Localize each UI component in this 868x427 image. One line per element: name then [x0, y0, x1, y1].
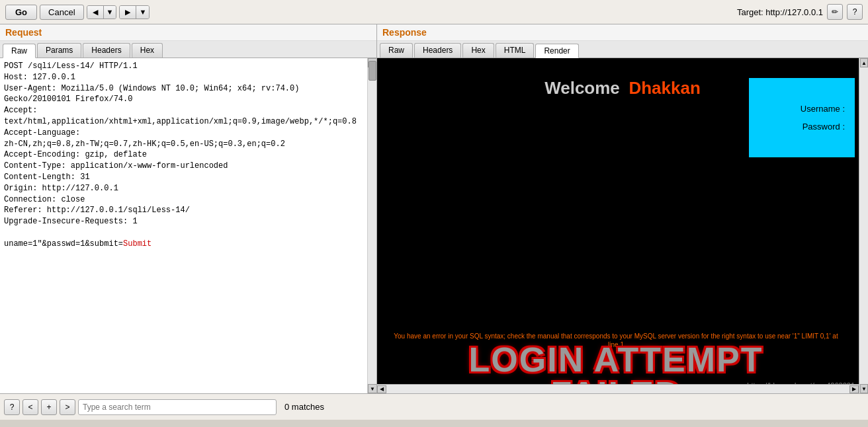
bottom-next-button[interactable]: >: [60, 399, 75, 415]
response-tab-bar: Raw Headers Hex HTML Render: [377, 41, 868, 58]
forward-button[interactable]: ▶: [120, 6, 136, 19]
post-submit-highlight: Submit: [123, 239, 152, 249]
hscroll-left[interactable]: ◀: [377, 385, 386, 393]
bottom-prev-button[interactable]: <: [22, 399, 38, 415]
tab-params-request[interactable]: Params: [37, 43, 81, 58]
cancel-button[interactable]: Cancel: [40, 5, 83, 20]
request-scrollbar[interactable]: ▲ ▼: [367, 58, 376, 393]
response-scroll-down[interactable]: ▼: [860, 384, 868, 393]
tab-raw-request[interactable]: Raw: [3, 44, 36, 58]
back-button[interactable]: ◀: [87, 6, 104, 19]
password-label: Password :: [759, 122, 845, 132]
post-data-line: uname=1"&passwd=1&submit=Submit: [4, 239, 152, 249]
request-tab-bar: Raw Params Headers Hex: [0, 41, 376, 58]
request-body-area[interactable]: POST /sqli/Less-14/ HTTP/1.1 Host: 127.0…: [0, 58, 367, 393]
back-dropdown-button[interactable]: ▼: [104, 6, 116, 19]
tab-render-response[interactable]: Render: [535, 44, 578, 58]
matches-text: 0 matches: [284, 402, 324, 412]
username-label: Username :: [759, 104, 845, 114]
tab-hex-response[interactable]: Hex: [462, 43, 494, 58]
scroll-thumb[interactable]: [369, 61, 376, 81]
scroll-down-arrow[interactable]: ▼: [368, 384, 376, 393]
welcome-name: Dhakkan: [629, 78, 700, 98]
forward-dropdown-button[interactable]: ▼: [136, 6, 149, 19]
welcome-text: Welcome: [544, 78, 620, 98]
bottom-add-button[interactable]: +: [41, 399, 57, 415]
request-title: Request: [0, 24, 376, 41]
tab-hex-request[interactable]: Hex: [132, 43, 163, 58]
response-render-area: Welcome Dhakkan Username : Password : Yo…: [377, 58, 868, 393]
go-button[interactable]: Go: [5, 5, 37, 20]
hscroll-right[interactable]: ▶: [849, 385, 859, 393]
request-panel: Request Raw Params Headers Hex POST /sql…: [0, 24, 377, 393]
toolbar-right: Target: http://127.0.0.1 ✏ ?: [737, 4, 863, 20]
request-content-wrapper: POST /sqli/Less-14/ HTTP/1.1 Host: 127.0…: [0, 58, 376, 393]
response-scroll-up[interactable]: ▲: [860, 58, 868, 67]
login-failed-line1: LOGIN ATTEMPT: [377, 342, 855, 377]
response-hscrollbar[interactable]: ◀ ▶: [377, 384, 859, 393]
request-body-text: POST /sqli/Less-14/ HTTP/1.1 Host: 127.0…: [4, 61, 363, 250]
response-title: Response: [377, 24, 868, 41]
tab-raw-response[interactable]: Raw: [380, 43, 413, 58]
response-panel: Response Raw Headers Hex HTML Render Wel…: [377, 24, 868, 393]
main-area: Request Raw Params Headers Hex POST /sql…: [0, 24, 868, 393]
toolbar: Go Cancel ◀ ▼ ▶ ▼ Target: http://127.0.0…: [0, 0, 868, 24]
search-input[interactable]: [78, 399, 277, 415]
tab-html-response[interactable]: HTML: [496, 43, 535, 58]
target-label: Target: http://127.0.0.1: [737, 7, 823, 17]
tab-headers-response[interactable]: Headers: [414, 43, 461, 58]
help-button[interactable]: ?: [847, 4, 863, 20]
bottom-help-button[interactable]: ?: [4, 399, 20, 415]
response-scrollbar[interactable]: ▲ ▼: [859, 58, 868, 393]
login-form-box: Username : Password :: [749, 78, 855, 157]
bottom-bar: ? < + > 0 matches: [0, 393, 868, 420]
edit-target-button[interactable]: ✏: [827, 4, 843, 20]
tab-headers-request[interactable]: Headers: [83, 43, 130, 58]
